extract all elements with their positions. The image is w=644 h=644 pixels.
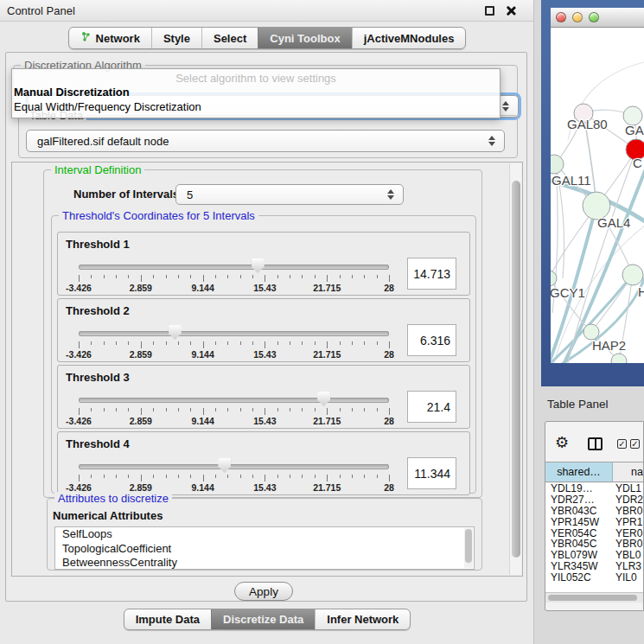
tab-discretize-data[interactable]: Discretize Data <box>211 609 315 629</box>
table-row[interactable]: YDR27…YDR2 <box>545 494 644 506</box>
table-horizontal-scrollbar[interactable] <box>545 592 644 603</box>
cell-name[interactable]: YIL0 <box>613 572 644 583</box>
table-rows: YDL19…YDL1YDR27…YDR2YBR043CYBR0YPR145WYP… <box>545 483 644 592</box>
table-row[interactable]: YBR045CYBR0 <box>545 539 644 550</box>
threshold-slider[interactable] <box>79 464 389 469</box>
table-row[interactable]: YBL079WYBL0 <box>545 550 644 561</box>
attribute-item-selfloops[interactable]: SelfLoops <box>55 527 474 542</box>
threshold-value-input[interactable]: 11.344 <box>407 457 456 489</box>
cell-name[interactable]: YLR3 <box>613 561 644 572</box>
tab-select[interactable]: Select <box>201 28 258 48</box>
tick-mark <box>340 475 341 478</box>
tab-network[interactable]: Network <box>69 28 151 48</box>
threshold-slider[interactable] <box>79 398 389 403</box>
table-row[interactable]: YBR043CYBR0 <box>545 506 644 517</box>
table-data-select[interactable]: galFiltered.sif default node <box>26 130 505 152</box>
threshold-value-input[interactable]: 14.713 <box>407 258 456 290</box>
network-node-h[interactable] <box>622 265 643 285</box>
cell-name[interactable]: YDL1 <box>613 483 644 494</box>
threshold-block-2: Threshold 2-3.4262.8599.14415.4321.71528… <box>57 298 470 362</box>
table-row[interactable]: YDL19…YDL1 <box>545 483 644 494</box>
close-traffic-light-icon[interactable] <box>556 12 566 22</box>
threshold-block-4: Threshold 4-3.4262.8599.14415.4321.71528… <box>57 431 470 495</box>
cell-shared-name[interactable]: YER054C <box>545 528 613 539</box>
tick-mark <box>190 408 191 411</box>
tick-label: 15.43 <box>253 416 276 426</box>
table-row[interactable]: YLR345WYLR3 <box>545 561 644 572</box>
numerical-attributes-list[interactable]: SelfLoopsTopologicalCoefficientBetweenne… <box>54 526 475 570</box>
threshold-block-3: Threshold 3-3.4262.8599.14415.4321.71528… <box>57 365 470 429</box>
cell-name[interactable]: YBR0 <box>613 506 644 517</box>
tab-label: Network <box>96 32 140 45</box>
slider-thumb[interactable] <box>218 458 231 473</box>
tab-jactivemnodules[interactable]: jActiveMNodules <box>352 28 466 48</box>
checkbox-icon[interactable]: ✓ <box>630 439 640 449</box>
tick-mark <box>265 275 265 282</box>
threshold-slider[interactable] <box>79 265 389 270</box>
scrollbar-thumb[interactable] <box>512 181 520 558</box>
table-row[interactable]: YPR145WYPR1 <box>545 517 644 528</box>
cell-shared-name[interactable]: YPR145W <box>545 517 613 528</box>
cell-name[interactable]: YBR0 <box>613 539 644 550</box>
tab-cyni-toolbox[interactable]: Cyni Toolbox <box>258 28 351 48</box>
tab-impute-data[interactable]: Impute Data <box>124 609 211 629</box>
cell-shared-name[interactable]: YIL052C <box>545 572 613 583</box>
number-of-intervals-select[interactable]: 5 <box>175 184 404 205</box>
cell-shared-name[interactable]: YBR045C <box>545 539 613 550</box>
cell-name[interactable]: YDR2 <box>613 494 644 506</box>
tick-mark <box>215 475 216 478</box>
cell-shared-name[interactable]: YBR043C <box>545 506 613 517</box>
tick-label: -3.426 <box>66 416 92 426</box>
attribute-item-betweennesscentrality[interactable]: BetweennessCentrality <box>55 556 474 570</box>
threshold-value-input[interactable]: 6.316 <box>407 324 456 356</box>
algorithm-option-manual-discretization[interactable]: Manual Discretization <box>14 86 498 99</box>
tab-infer-network[interactable]: Infer Network <box>315 609 410 629</box>
tick-mark <box>104 475 105 478</box>
network-canvas[interactable]: GAL80GACGAL11GAL4GCY1HHAP2 <box>551 28 644 363</box>
tick-mark <box>190 275 191 278</box>
cell-name[interactable]: YBL0 <box>613 550 644 561</box>
column-header-shared-name[interactable]: shared… <box>545 462 613 481</box>
table-data-group: Table Data galFiltered.sif default node <box>18 115 518 158</box>
cell-name[interactable]: YPR1 <box>613 517 644 528</box>
scrollbar-thumb[interactable] <box>548 595 637 601</box>
cell-name[interactable]: YER0 <box>613 528 644 539</box>
tick-mark <box>340 275 341 278</box>
tab-style[interactable]: Style <box>151 28 201 48</box>
tick-mark <box>166 341 167 345</box>
attributes-list-scrollbar[interactable] <box>464 528 473 568</box>
cell-shared-name[interactable]: YBL079W <box>545 550 613 561</box>
tick-mark <box>265 341 265 348</box>
tick-mark <box>389 475 390 481</box>
column-header-name[interactable]: na <box>613 462 644 481</box>
table-header: shared… na <box>545 462 644 482</box>
slider-thumb[interactable] <box>169 325 182 340</box>
threshold-slider[interactable] <box>79 331 389 336</box>
tick-mark <box>240 408 241 411</box>
tick-mark <box>340 408 341 411</box>
settings-vertical-scrollbar[interactable] <box>509 163 521 575</box>
float-window-icon[interactable] <box>485 6 494 16</box>
cell-shared-name[interactable]: YDL19… <box>545 483 613 494</box>
network-window-titlebar[interactable] <box>551 8 644 28</box>
apply-button[interactable]: Apply <box>234 582 293 601</box>
cell-shared-name[interactable]: YDR27… <box>545 494 613 506</box>
table-row[interactable]: YER054CYER0 <box>545 528 644 539</box>
network-view-window[interactable]: GAL80GACGAL11GAL4GCY1HHAP2 <box>541 0 644 386</box>
slider-thumb[interactable] <box>317 392 330 406</box>
threshold-label: Threshold 4 <box>66 437 130 450</box>
slider-thumb[interactable] <box>252 258 265 273</box>
attribute-item-topologicalcoefficient[interactable]: TopologicalCoefficient <box>55 542 474 557</box>
close-icon[interactable] <box>505 5 516 16</box>
column-layout-icon[interactable] <box>588 437 603 450</box>
tab-label: Infer Network <box>327 613 399 626</box>
cell-shared-name[interactable]: YLR345W <box>545 561 613 572</box>
table-row[interactable]: YIL052CYIL0 <box>545 572 644 583</box>
gear-icon[interactable]: ⚙ <box>555 435 569 450</box>
zoom-traffic-light-icon[interactable] <box>589 12 599 22</box>
algorithm-option-equal-width-frequency-discretization[interactable]: Equal Width/Frequency Discretization <box>14 100 498 113</box>
minimize-traffic-light-icon[interactable] <box>572 12 583 22</box>
checkbox-icon[interactable]: ✓ <box>617 439 627 449</box>
network-node-label: GA <box>625 123 644 137</box>
threshold-value-input[interactable]: 21.4 <box>407 391 456 423</box>
